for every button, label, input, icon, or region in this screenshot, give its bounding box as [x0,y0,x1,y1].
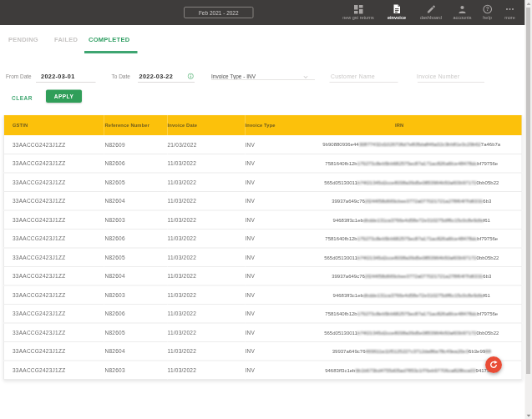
svg-text:?: ? [486,6,489,12]
